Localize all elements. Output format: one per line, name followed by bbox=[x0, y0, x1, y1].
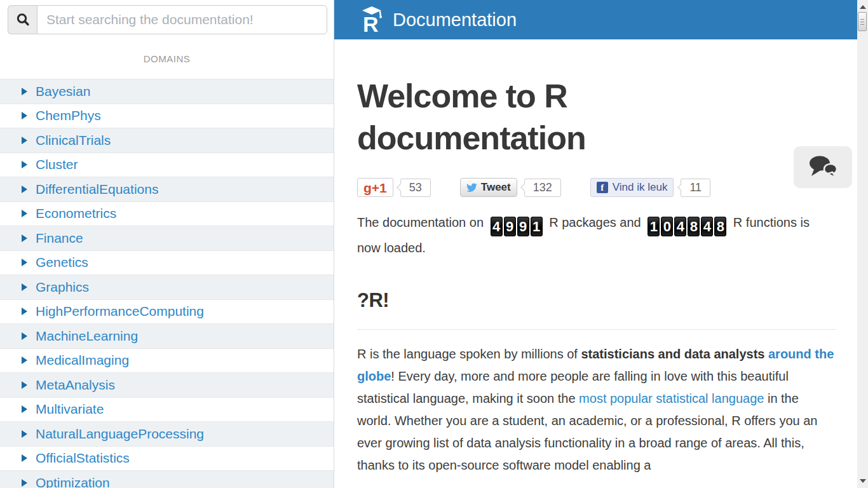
section-divider bbox=[357, 329, 836, 330]
sidebar-item-chemphys[interactable]: ChemPhys bbox=[0, 104, 334, 128]
domain-link[interactable]: MetaAnalysis bbox=[36, 377, 115, 393]
sidebar-item-graphics[interactable]: Graphics bbox=[0, 274, 334, 299]
odometer-digit: 8 bbox=[688, 217, 700, 236]
search-input[interactable] bbox=[37, 5, 327, 34]
sidebar-item-naturallanguageprocessing[interactable]: NaturalLanguageProcessing bbox=[0, 421, 334, 446]
scrollbar-down-arrow-icon[interactable] bbox=[860, 479, 866, 483]
domain-link[interactable]: Genetics bbox=[36, 255, 88, 270]
scrollbar-up-arrow-icon[interactable] bbox=[860, 5, 866, 9]
par-bold-1: statisticians and data analysts bbox=[581, 347, 764, 361]
scrollbar-thumb[interactable] bbox=[858, 12, 867, 31]
page-content: Welcome to R documentation g+1 53 Tweet bbox=[334, 39, 857, 488]
r-graduation-logo-icon: R bbox=[357, 5, 386, 34]
gplus-count-bubble[interactable]: 53 bbox=[400, 179, 431, 197]
domain-link[interactable]: Finance bbox=[36, 231, 83, 246]
sidebar-item-officialstatistics[interactable]: OfficialStatistics bbox=[0, 446, 334, 471]
facebook-like-label: Vind ik leuk bbox=[613, 181, 668, 194]
caret-right-icon bbox=[22, 381, 27, 389]
main-column: R Documentation Welcome to R documentati… bbox=[334, 0, 857, 488]
domain-link[interactable]: NaturalLanguageProcessing bbox=[36, 426, 204, 442]
section-heading: ?R! bbox=[357, 289, 836, 312]
caret-right-icon bbox=[22, 430, 27, 438]
odometer-digit: 9 bbox=[504, 217, 516, 236]
caret-right-icon bbox=[22, 210, 27, 217]
caret-right-icon bbox=[22, 405, 27, 413]
caret-right-icon bbox=[22, 234, 27, 242]
tweet-button-label: Tweet bbox=[481, 181, 511, 194]
caret-right-icon bbox=[22, 259, 27, 266]
domain-link[interactable]: Multivariate bbox=[36, 402, 104, 417]
domain-link[interactable]: MedicalImaging bbox=[36, 353, 129, 368]
domain-link[interactable]: Graphics bbox=[36, 280, 89, 295]
gplus-group: g+1 53 bbox=[357, 178, 431, 197]
caret-right-icon bbox=[22, 112, 27, 119]
facebook-count-bubble[interactable]: 11 bbox=[681, 179, 710, 197]
social-buttons-row: g+1 53 Tweet 132 f Vi bbox=[357, 178, 836, 197]
odometer-digit: 8 bbox=[714, 217, 726, 236]
stats-middle: R packages and bbox=[549, 215, 641, 229]
facebook-like-button[interactable]: f Vind ik leuk bbox=[590, 178, 674, 197]
odometer-digit: 4 bbox=[491, 217, 503, 236]
caret-right-icon bbox=[22, 308, 27, 315]
tweet-group: Tweet 132 bbox=[460, 178, 561, 197]
packages-counter: 4991 bbox=[490, 217, 543, 236]
search-icon bbox=[16, 13, 30, 27]
stats-line: The documentation on 4991 R packages and… bbox=[357, 211, 836, 260]
sidebar-item-clinicaltrials[interactable]: ClinicalTrials bbox=[0, 128, 334, 152]
sidebar-item-medicalimaging[interactable]: MedicalImaging bbox=[0, 348, 334, 373]
caret-right-icon bbox=[22, 137, 27, 144]
intro-paragraph: R is the language spoken by millions of … bbox=[357, 343, 836, 477]
sidebar-item-cluster[interactable]: Cluster bbox=[0, 152, 334, 177]
chat-bubbles-icon bbox=[806, 154, 839, 180]
caret-right-icon bbox=[22, 283, 27, 291]
domain-link[interactable]: Cluster bbox=[36, 157, 78, 172]
par-text-1: R is the language spoken by millions of bbox=[357, 347, 581, 361]
stats-prefix: The documentation on bbox=[357, 215, 484, 229]
sidebar-item-differentialequations[interactable]: DifferentialEquations bbox=[0, 177, 334, 201]
caret-right-icon bbox=[22, 479, 27, 487]
brand-link[interactable]: R Documentation bbox=[357, 5, 517, 34]
google-plus-icon: g+1 bbox=[363, 181, 387, 194]
caret-right-icon bbox=[22, 332, 27, 340]
sidebar-item-machinelearning[interactable]: MachineLearning bbox=[0, 323, 334, 348]
twitter-bird-icon bbox=[466, 183, 477, 192]
sidebar-item-optimization[interactable]: Optimization bbox=[0, 470, 334, 488]
caret-right-icon bbox=[22, 88, 27, 95]
odometer-digit: 4 bbox=[701, 217, 713, 236]
top-header: R Documentation bbox=[334, 0, 857, 39]
domain-link[interactable]: MachineLearning bbox=[36, 329, 138, 344]
caret-right-icon bbox=[22, 454, 27, 462]
google-plus-one-button[interactable]: g+1 bbox=[357, 178, 393, 197]
domain-link[interactable]: HighPerformanceComputing bbox=[36, 304, 204, 319]
domain-link[interactable]: Econometrics bbox=[36, 206, 116, 221]
domain-link[interactable]: Optimization bbox=[36, 475, 110, 488]
sidebar-item-finance[interactable]: Finance bbox=[0, 226, 334, 250]
search-button[interactable] bbox=[8, 5, 37, 34]
sidebar-item-multivariate[interactable]: Multivariate bbox=[0, 397, 334, 422]
domain-link[interactable]: OfficialStatistics bbox=[36, 451, 130, 466]
odometer-digit: 4 bbox=[674, 217, 686, 236]
sidebar-item-highperformancecomputing[interactable]: HighPerformanceComputing bbox=[0, 299, 334, 324]
domain-link[interactable]: DifferentialEquations bbox=[36, 182, 158, 197]
app-window: DOMAINS BayesianChemPhysClinicalTrialsCl… bbox=[0, 0, 868, 488]
page-title: Welcome to R documentation bbox=[357, 75, 713, 159]
sidebar-item-bayesian[interactable]: Bayesian bbox=[0, 79, 334, 104]
sidebar-item-genetics[interactable]: Genetics bbox=[0, 250, 334, 275]
domain-link[interactable]: Bayesian bbox=[36, 84, 90, 99]
most-popular-language-link[interactable]: most popular statistical language bbox=[579, 391, 764, 405]
caret-right-icon bbox=[22, 356, 27, 364]
odometer-digit: 0 bbox=[661, 217, 673, 236]
tweet-button[interactable]: Tweet bbox=[460, 178, 517, 197]
facebook-group: f Vind ik leuk 11 bbox=[590, 178, 710, 197]
sidebar-item-metaanalysis[interactable]: MetaAnalysis bbox=[0, 372, 334, 397]
feedback-chat-button[interactable] bbox=[794, 146, 852, 188]
odometer-digit: 1 bbox=[531, 217, 543, 236]
vertical-scrollbar[interactable] bbox=[857, 0, 868, 488]
caret-right-icon bbox=[22, 186, 27, 193]
domains-section-label: DOMAINS bbox=[0, 53, 334, 64]
domain-link[interactable]: ChemPhys bbox=[36, 108, 101, 123]
domain-link[interactable]: ClinicalTrials bbox=[36, 133, 111, 148]
facebook-icon: f bbox=[597, 182, 608, 193]
tweet-count-bubble[interactable]: 132 bbox=[524, 179, 561, 197]
sidebar-item-econometrics[interactable]: Econometrics bbox=[0, 201, 334, 226]
